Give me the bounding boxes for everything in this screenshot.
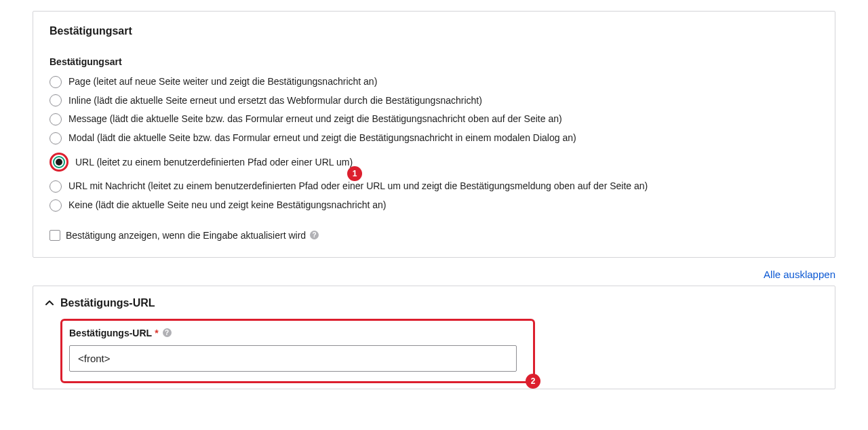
required-asterisk-icon: * [155,328,158,338]
checkbox-label: Bestätigung anzeigen, wenn die Eingabe a… [66,230,319,241]
radio-item-url[interactable]: URL (leitet zu einem benutzerdefinierten… [50,151,353,173]
radio-label: Page (leitet auf neue Seite weiter und z… [68,75,377,89]
radio-icon[interactable] [50,76,62,88]
confirmation-type-panel: Bestätigungsart Bestätigungsart Page (le… [33,11,835,258]
radio-icon[interactable] [50,113,62,125]
checkbox-label-text: Bestätigung anzeigen, wenn die Eingabe a… [66,230,306,241]
collapsible-title: Bestätigungs-URL [60,297,155,309]
radio-item-inline[interactable]: Inline (lädt die aktuelle Seite erneut u… [50,93,818,109]
expand-all-link[interactable]: Alle ausklappen [764,269,835,280]
panel-title: Bestätigungsart [50,25,818,37]
radio-icon[interactable] [50,180,62,193]
radio-label: Keine (lädt die aktuelle Seite neu und z… [68,199,387,212]
radio-item-url-with-message[interactable]: URL mit Nachricht (leitet zu einem benut… [50,178,818,195]
radio-icon[interactable] [50,199,62,212]
radio-item-page[interactable]: Page (leitet auf neue Seite weiter und z… [50,74,818,90]
collapsible-header-confirmation-url[interactable]: Bestätigungs-URL [33,286,835,316]
annotation-highlight-box: Bestätigungs-URL * ? 2 [60,319,535,383]
radio-label: Modal (lädt die aktuelle Seite bzw. das … [68,132,576,145]
field-label-confirmation-url: Bestätigungs-URL * ? [69,328,526,338]
radio-item-message[interactable]: Message (lädt die aktuelle Seite bzw. da… [50,111,818,128]
radio-icon[interactable] [50,132,62,144]
help-icon[interactable]: ? [163,328,172,337]
chevron-up-icon [45,299,54,307]
annotation-badge-2: 2 [526,374,540,389]
help-icon[interactable]: ? [310,231,319,239]
annotation-highlight-circle [50,153,68,172]
confirmation-url-input[interactable] [69,345,517,372]
confirmation-url-panel: Bestätigungs-URL Bestätigungs-URL * ? 2 [33,286,835,389]
field-label-text: Bestätigungs-URL [69,328,152,338]
checkbox-item-show-confirmation-on-update[interactable]: Bestätigung anzeigen, wenn die Eingabe a… [50,230,818,241]
field-label-confirmation-type: Bestätigungsart [50,56,818,67]
radio-item-modal[interactable]: Modal (lädt die aktuelle Seite bzw. das … [50,130,818,146]
radio-icon[interactable] [50,94,62,106]
radio-label: URL (leitet zu einem benutzerdefinierten… [75,156,353,170]
radio-icon[interactable] [53,156,65,168]
radio-label: URL mit Nachricht (leitet zu einem benut… [68,180,648,193]
collapsible-body: Bestätigungs-URL * ? 2 [33,316,835,389]
radio-label: Inline (lädt die aktuelle Seite erneut u… [68,94,482,108]
radio-label: Message (lädt die aktuelle Seite bzw. da… [68,113,562,126]
radio-item-none[interactable]: Keine (lädt die aktuelle Seite neu und z… [50,197,818,214]
expand-all-row: Alle ausklappen [33,269,835,280]
checkbox-icon[interactable] [50,230,60,241]
